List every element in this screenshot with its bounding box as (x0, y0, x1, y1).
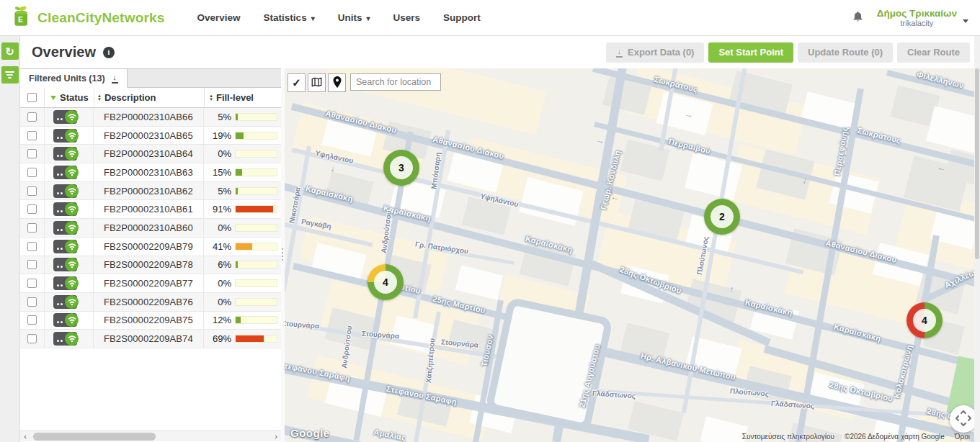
map-canvas[interactable]: ΣωκράτουςΣωκράτουςΦιλελλήνωνΠερραιβούΠερ… (285, 68, 974, 442)
unit-status-icon (53, 202, 77, 216)
scrollbar-track[interactable] (30, 431, 271, 442)
map-layers-button[interactable] (308, 73, 326, 92)
info-icon[interactable]: i (103, 47, 115, 58)
panel-resize-handle[interactable] (281, 68, 285, 442)
row-checkbox[interactable] (27, 315, 37, 325)
table-row[interactable]: FB2P00002310AB640% (20, 145, 281, 163)
unit-fill-bar (235, 113, 277, 121)
scrollbar-thumb[interactable] (33, 433, 156, 441)
brand-logo[interactable]: E CleanCityNetworks (10, 4, 165, 31)
table-row[interactable]: FB2S00002209AB770% (20, 274, 281, 293)
unit-status-icon (53, 258, 77, 271)
tab-filtered-units[interactable]: Filtered Units (13) (20, 69, 128, 88)
unit-fill-percent: 0% (204, 278, 231, 289)
left-rail: ↻ (0, 36, 20, 442)
row-checkbox[interactable] (27, 279, 37, 288)
account-subtitle: trikalacity (901, 19, 934, 27)
map-marker[interactable]: 4 (906, 302, 943, 338)
row-checkbox[interactable] (27, 168, 37, 177)
table-row[interactable]: FB2P00002310AB6315% (20, 163, 281, 182)
table-body: FB2P00002310AB665%FB2P00002310AB6519%FB2… (20, 108, 281, 348)
unit-status-icon (53, 166, 77, 179)
unit-description: FB2P00002310AB65 (94, 127, 204, 145)
row-checkbox[interactable] (27, 242, 37, 251)
filter-icon (5, 71, 14, 78)
pan-control-button[interactable] (950, 405, 974, 433)
table-row[interactable]: FB2P00002310AB625% (20, 182, 281, 201)
column-description[interactable]: Description (94, 88, 204, 107)
unit-status-icon (53, 240, 77, 253)
table-row[interactable]: FB2P00002310AB6519% (20, 127, 281, 145)
map-marker[interactable]: 4 (368, 264, 404, 300)
row-checkbox[interactable] (27, 260, 37, 269)
table-row[interactable]: FB2S00002209AB760% (20, 293, 281, 312)
select-all-cell (20, 88, 45, 107)
terms-link[interactable]: Όροι (955, 433, 970, 441)
marker-count: 3 (390, 156, 413, 179)
row-checkbox[interactable] (27, 204, 37, 214)
scroll-right-icon[interactable]: › (271, 431, 281, 442)
wifi-icon (65, 166, 79, 179)
horizontal-scrollbar[interactable]: ‹ › (20, 430, 281, 441)
confirm-selection-button[interactable]: ✓ (288, 73, 306, 92)
map-building (700, 416, 749, 442)
table-row[interactable]: FB2S00002209AB7512% (20, 312, 281, 330)
unit-fill-bar (235, 224, 277, 232)
table-row[interactable]: FB2P00002310AB600% (20, 219, 281, 238)
unit-status-icon (53, 110, 77, 124)
place-marker-button[interactable] (328, 73, 346, 92)
map-building (926, 106, 974, 153)
map-attribution: Συντομεύσεις πληκτρολογίου ©2026 Δεδομέν… (742, 433, 970, 441)
row-checkbox[interactable] (27, 112, 37, 122)
clear-route-button[interactable]: Clear Route (897, 42, 970, 63)
nav-units[interactable]: Units (329, 6, 380, 29)
set-start-point-button[interactable]: Set Start Point (708, 42, 793, 63)
download-icon[interactable] (112, 73, 118, 84)
column-status[interactable]: Status (45, 88, 94, 107)
location-search-input[interactable] (350, 73, 441, 91)
nav-statistics[interactable]: Statistics (254, 6, 324, 29)
keyboard-shortcuts-link[interactable]: Συντομεύσεις πληκτρολογίου (742, 433, 834, 441)
unit-fill-bar (235, 132, 277, 140)
check-icon: ✓ (292, 76, 301, 89)
wifi-icon (65, 221, 79, 235)
unit-status-icon (53, 221, 77, 235)
unit-fill-bar (235, 205, 277, 213)
google-logo[interactable]: Google (290, 427, 330, 439)
account-menu[interactable]: Δήμος Τρικκαίων trikalacity (877, 8, 968, 27)
unit-fill-percent: 15% (204, 167, 231, 178)
road-arrow-icon: → (329, 164, 340, 174)
unit-fill-bar (235, 168, 277, 176)
row-checkbox[interactable] (27, 223, 37, 233)
row-checkbox[interactable] (27, 149, 37, 158)
select-all-checkbox[interactable] (27, 93, 37, 102)
scroll-left-icon[interactable]: ‹ (20, 431, 30, 442)
table-row[interactable]: FB2P00002310AB665% (20, 108, 281, 127)
map-marker[interactable]: 2 (704, 199, 740, 235)
table-row[interactable]: FB2S00002209AB7941% (20, 238, 281, 256)
wifi-icon (65, 276, 79, 290)
nav-users[interactable]: Users (383, 6, 429, 29)
table-row[interactable]: FB2S00002209AB786% (20, 256, 281, 275)
column-fill-level[interactable]: Fill-level (204, 88, 281, 107)
row-checkbox[interactable] (27, 334, 37, 343)
nav-overview[interactable]: Overview (188, 6, 250, 29)
refresh-button[interactable]: ↻ (1, 42, 19, 60)
update-route-button[interactable]: Update Route (0) (798, 42, 893, 63)
nav-support[interactable]: Support (434, 6, 490, 29)
map-marker[interactable]: 3 (383, 150, 419, 186)
filter-button[interactable] (1, 66, 19, 84)
download-icon (616, 48, 623, 58)
row-checkbox[interactable] (27, 186, 37, 196)
unit-fill-percent: 5% (204, 112, 231, 122)
row-checkbox[interactable] (27, 131, 37, 140)
vertical-scrollbar[interactable] (974, 36, 980, 442)
unit-status-icon (53, 332, 77, 346)
vertical-scrollbar-thumb[interactable] (975, 68, 979, 259)
table-row[interactable]: FB2P00002310AB6191% (20, 200, 281, 219)
table-row[interactable]: FB2S00002209AB7469% (20, 330, 281, 348)
notifications-bell-icon[interactable] (852, 10, 864, 25)
resize-grip-icon (282, 248, 283, 261)
row-checkbox[interactable] (27, 297, 37, 307)
export-data-button[interactable]: Export Data (0) (606, 42, 704, 63)
